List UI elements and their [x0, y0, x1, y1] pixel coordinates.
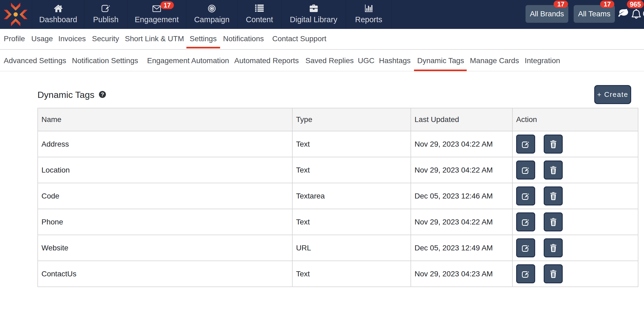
svg-text:?: ?: [101, 91, 104, 97]
